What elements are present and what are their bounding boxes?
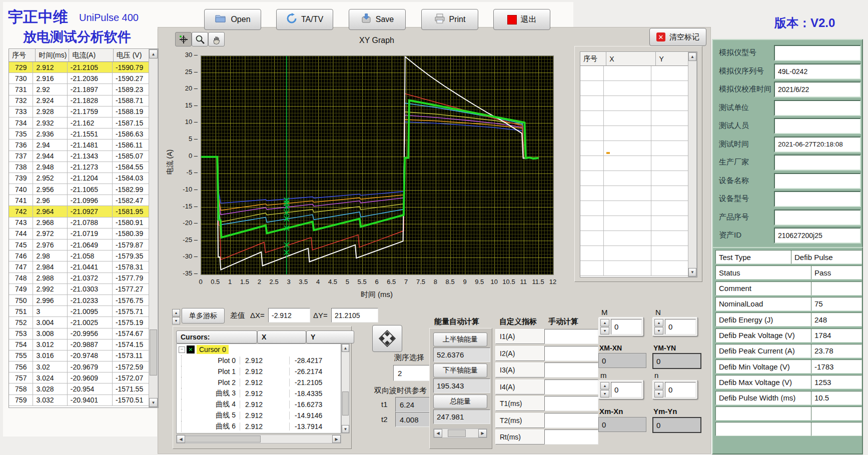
marker-row[interactable] xyxy=(580,111,697,126)
table-row[interactable]: 7302.916-21.2036-1590.27 xyxy=(9,73,158,84)
table-row[interactable]: 7322.924-21.1828-1588.71 xyxy=(9,96,158,106)
table-row[interactable]: 7583.028-20.954-1571.55 xyxy=(9,384,158,394)
marker-col-header[interactable]: X xyxy=(606,52,656,66)
data-col-header[interactable]: 序号 xyxy=(9,49,36,62)
result-value[interactable]: -1783 xyxy=(811,360,862,374)
table-row[interactable]: 7342.932-21.162-1587.15 xyxy=(9,118,158,128)
marker-row[interactable] xyxy=(580,126,697,141)
info-field-value[interactable] xyxy=(774,210,861,226)
table-row[interactable]: 7593.032-20.9401-1570.51 xyxy=(9,395,158,406)
table-row[interactable]: 7392.952-21.1204-1584.03 xyxy=(9,173,158,184)
manual-calc-field[interactable] xyxy=(544,430,598,444)
marker-table-scrollbar[interactable]: ▲ ▼ xyxy=(688,52,697,277)
cursor-plot-row[interactable]: Plot 02.912-28.4217 xyxy=(177,355,341,366)
result-value[interactable]: 1784 xyxy=(811,328,862,342)
result-value[interactable]: 10.5 xyxy=(811,391,862,405)
table-row[interactable]: 7462.98-21.058-1579.35 xyxy=(9,250,158,262)
cursor-mover-button[interactable] xyxy=(372,325,402,352)
table-row[interactable]: 7563.02-20.9679-1572.59 xyxy=(9,362,158,372)
cursor-plot-row[interactable]: Plot 12.912-26.2174 xyxy=(177,366,341,377)
manual-calc-field[interactable] xyxy=(544,329,598,344)
cursor-plot-row[interactable]: 曲线 52.912-14.9146 xyxy=(177,410,341,421)
table-row[interactable]: 7412.96-21.0996-1582.47 xyxy=(9,195,158,206)
table-row[interactable]: 7432.968-21.0788-1580.91 xyxy=(9,218,158,228)
cursors-col-name[interactable]: Cursors: xyxy=(176,330,257,344)
info-field-value[interactable]: 2021/6/22 xyxy=(774,82,861,98)
info-field-value[interactable]: 2021-06-27T20:18:08 xyxy=(774,136,861,152)
cursors-vscroll[interactable]: ▲ ▼ xyxy=(341,344,350,434)
marker-row[interactable] xyxy=(580,201,697,216)
marker-row[interactable] xyxy=(580,141,697,156)
marker-row[interactable] xyxy=(580,216,697,231)
table-row[interactable]: 7452.976-21.0649-1579.87 xyxy=(9,240,158,250)
table-row[interactable]: 7362.94-21.1481-1586.11 xyxy=(9,140,158,150)
marker-row[interactable] xyxy=(580,81,697,96)
tatv-button[interactable]: TA/TV xyxy=(276,9,333,30)
multi-cursor-button[interactable]: 单多游标 xyxy=(182,308,225,324)
exit-button[interactable]: 退出 xyxy=(493,9,550,30)
result-value[interactable]: Pass xyxy=(811,266,862,280)
result-value[interactable] xyxy=(811,282,862,296)
result-value[interactable]: Defib Pulse xyxy=(791,250,862,264)
info-field-value[interactable] xyxy=(774,45,861,61)
table-row[interactable]: 7382.948-21.1273-1584.55 xyxy=(9,162,158,173)
manual-calc-field[interactable] xyxy=(544,362,598,378)
cursor-select-spin[interactable]: ▲▼ xyxy=(172,309,180,324)
result-value[interactable] xyxy=(811,422,862,436)
lower-energy-value[interactable]: 195.343 xyxy=(433,378,490,393)
data-col-header[interactable]: 电流(A) xyxy=(69,49,113,62)
table-row[interactable]: 7492.992-21.0303-1577.27 xyxy=(9,284,158,295)
info-field-value[interactable]: 49L-0242 xyxy=(774,64,861,80)
n-stepper[interactable]: ▲▼ 0 xyxy=(652,380,698,400)
info-field-value[interactable] xyxy=(774,173,861,189)
table-row[interactable]: 7573.024-20.9609-1572.07 xyxy=(9,372,158,384)
table-row[interactable]: 7312.92-21.1897-1589.23 xyxy=(9,84,158,95)
cursor-plot-row[interactable]: 曲线 42.912-16.6273 xyxy=(177,399,341,410)
cursors-col-x[interactable]: X xyxy=(257,330,306,344)
table-row[interactable]: 7533.008-20.9956-1574.67 xyxy=(9,328,158,340)
energy-hscroll[interactable]: ◀ ▶ xyxy=(433,428,487,438)
table-row[interactable]: 7482.988-21.0372-1577.79 xyxy=(9,273,158,284)
marker-row[interactable] xyxy=(580,231,697,246)
result-value[interactable] xyxy=(811,406,862,420)
m-stepper[interactable]: ▲▼ 0 xyxy=(598,380,644,400)
manual-calc-field[interactable] xyxy=(544,396,598,411)
table-row[interactable]: 7513-21.0095-1575.71 xyxy=(9,306,158,317)
dx-field[interactable]: -2.912 xyxy=(268,308,310,322)
cursor-plot-row[interactable]: 曲线 32.912-18.4335 xyxy=(177,388,341,399)
clear-marks-button[interactable]: ✕ 清空标记 xyxy=(649,28,706,46)
manual-calc-field[interactable] xyxy=(544,413,598,428)
marker-row[interactable] xyxy=(580,246,697,261)
open-button[interactable]: Open xyxy=(204,9,261,30)
table-row[interactable]: 7523.004-21.0025-1575.19 xyxy=(9,317,158,328)
table-row[interactable]: 7332.928-21.1759-1588.19 xyxy=(9,106,158,118)
tree-collapse-icon[interactable]: − xyxy=(179,346,185,353)
save-button[interactable]: Save xyxy=(349,9,406,30)
marker-row[interactable] xyxy=(580,186,697,201)
marker-col-header[interactable]: 序号 xyxy=(580,52,606,66)
data-col-header[interactable]: 时间(ms) xyxy=(36,49,69,62)
cursor-root-label[interactable]: Cursor 0 xyxy=(197,345,229,354)
table-row[interactable]: 7553.016-20.9748-1573.11 xyxy=(9,350,158,362)
cursors-col-y[interactable]: Y xyxy=(306,330,354,344)
dy-field[interactable]: 21.2105 xyxy=(331,308,378,322)
marker-row[interactable] xyxy=(580,96,697,111)
total-energy-value[interactable]: 247.981 xyxy=(433,410,490,424)
manual-calc-field[interactable] xyxy=(544,346,598,361)
marker-row[interactable] xyxy=(580,66,697,81)
result-value[interactable]: 248 xyxy=(811,312,862,326)
table-row[interactable]: 7422.964-21.0927-1581.95 xyxy=(9,206,158,217)
table-row[interactable]: 7543.012-20.9887-1574.15 xyxy=(9,340,158,350)
info-field-value[interactable] xyxy=(774,118,861,134)
marker-row[interactable] xyxy=(580,156,697,171)
result-value[interactable]: 1253 xyxy=(811,375,862,389)
info-field-value[interactable]: 210627200j25 xyxy=(774,228,861,244)
table-row[interactable]: 7372.944-21.1343-1585.07 xyxy=(9,151,158,162)
info-field-value[interactable] xyxy=(774,100,861,116)
table-row[interactable]: 7402.956-21.1065-1582.99 xyxy=(9,184,158,195)
result-value[interactable]: 23.78 xyxy=(811,344,862,358)
manual-calc-field[interactable] xyxy=(544,380,598,394)
print-button[interactable]: Print xyxy=(421,9,478,30)
marker-row[interactable] xyxy=(580,261,697,276)
cursor-plot-row[interactable]: 曲线 62.912-13.7914 xyxy=(177,421,341,432)
